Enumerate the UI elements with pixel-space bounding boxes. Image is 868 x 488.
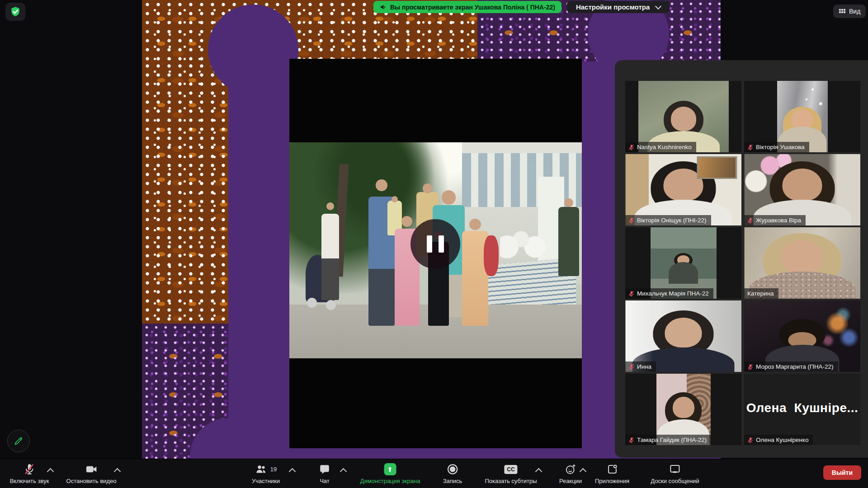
- muted-mic-icon: [628, 291, 634, 296]
- participant-name: Вікторія Ушакова: [756, 144, 805, 150]
- shield-check-icon: [9, 6, 21, 18]
- video-player[interactable]: [289, 59, 582, 448]
- whiteboard-icon: [669, 463, 681, 475]
- participant-tile[interactable]: Катерина: [744, 227, 860, 299]
- participant-tile[interactable]: Мороз Маргарита (ПНА-22): [744, 300, 860, 372]
- person-head: [781, 240, 823, 274]
- leave-button[interactable]: Выйти: [823, 465, 861, 480]
- person-head: [664, 169, 703, 202]
- whiteboard-label: Доски сообщений: [651, 478, 699, 484]
- participant-name-label: Журавкова Віра: [744, 215, 806, 225]
- record-label: Запись: [443, 478, 462, 484]
- photo-figure: [558, 207, 579, 276]
- muted-mic-icon: [747, 144, 753, 150]
- reactions-icon: [565, 463, 577, 475]
- participant-name-label: Вікторія Оніщук (ПНІ-22): [625, 215, 711, 225]
- reactions-button[interactable]: Реакции: [559, 463, 582, 484]
- apps-button[interactable]: Приложения: [595, 463, 629, 484]
- participant-display-name: Олена Кушніре...: [744, 401, 860, 415]
- meeting-info-button[interactable]: [5, 3, 25, 21]
- pause-icon: [427, 235, 432, 253]
- participant-name: Вікторія Оніщук (ПНІ-22): [637, 217, 707, 224]
- person-head: [791, 109, 813, 129]
- share-screen-button[interactable]: Демонстрация экрана: [360, 463, 420, 484]
- participant-tile[interactable]: Олена Кушніре...Олена Кушніренко: [744, 374, 860, 445]
- share-status-pill: Вы просматриваете экран Ушакова Поліна (…: [373, 1, 561, 13]
- mic-muted-icon: [23, 463, 35, 475]
- apps-icon: [606, 463, 618, 475]
- record-button[interactable]: Запись: [443, 463, 462, 484]
- muted-mic-icon: [628, 437, 634, 443]
- participant-tile[interactable]: Тамара Гайдик (ПНА-22): [625, 374, 741, 445]
- participant-tile[interactable]: Nastya Kushnirenko: [625, 81, 741, 152]
- muted-mic-icon: [747, 437, 753, 443]
- participant-name-label: Тамара Гайдик (ПНА-22): [625, 435, 711, 445]
- share-screen-icon: [384, 463, 396, 475]
- participants-label: Участники: [252, 478, 280, 484]
- muted-mic-icon: [628, 144, 634, 150]
- chevron-down-icon: [655, 3, 661, 9]
- participant-name-label: Мороз Маргарита (ПНА-22): [744, 361, 838, 372]
- participant-name: Инна: [637, 363, 651, 370]
- meeting-toolbar: Включить звук Остановить видео 19 Участн…: [0, 459, 868, 488]
- participant-name-label: Вікторія Ушакова: [744, 142, 809, 152]
- participant-tile[interactable]: Вікторія Оніщук (ПНІ-22): [625, 154, 741, 225]
- participants-button[interactable]: 19 Участники: [252, 463, 280, 484]
- flower-border-left: [142, 61, 228, 459]
- participant-tile[interactable]: Журавкова Віра: [744, 154, 860, 225]
- chat-label: Чат: [320, 478, 330, 484]
- muted-mic-icon: [628, 364, 634, 370]
- participant-tile[interactable]: Вікторія Ушакова: [744, 81, 860, 152]
- muted-mic-icon: [747, 217, 753, 223]
- captions-label: Показать субтитры: [485, 478, 537, 484]
- pencil-icon: [14, 436, 24, 446]
- cc-icon: CC: [504, 465, 517, 474]
- view-settings-button[interactable]: Настройки просмотра: [567, 1, 670, 13]
- view-button-label: Вид: [849, 8, 860, 15]
- muted-mic-icon: [747, 364, 753, 370]
- pause-button[interactable]: [410, 219, 460, 269]
- speaker-icon: [380, 4, 387, 10]
- participant-name-label: Михальчук Марія ПНА-22: [625, 288, 713, 299]
- person-head: [673, 397, 694, 418]
- participants-panel: Nastya KushnirenkoВікторія УшаковаВіктор…: [615, 60, 868, 458]
- mute-label: Включить звук: [10, 478, 49, 484]
- apps-label: Приложения: [595, 478, 629, 484]
- chevron-up-icon[interactable]: [340, 468, 347, 475]
- person-hair: [783, 107, 821, 142]
- screen-share-banner: Вы просматриваете экран Ушакова Поліна (…: [373, 1, 670, 13]
- photo-figure: [307, 298, 317, 308]
- participant-tile[interactable]: Инна: [625, 300, 741, 372]
- photo-figure: [500, 216, 547, 268]
- stop-video-button[interactable]: Остановить видео: [66, 463, 117, 484]
- participants-count: 19: [270, 466, 277, 473]
- photo-figure: [484, 235, 498, 277]
- share-status-text: Вы просматриваете экран Ушакова Поліна (…: [390, 4, 555, 11]
- participant-name: Журавкова Віра: [756, 217, 801, 224]
- captions-button[interactable]: CC Показать субтитры: [485, 463, 537, 484]
- pause-icon: [439, 235, 444, 253]
- participants-icon: [255, 463, 267, 475]
- participant-name-label: Катерина: [744, 288, 778, 299]
- participant-name: Nastya Kushnirenko: [637, 144, 692, 150]
- person-head: [671, 107, 696, 131]
- annotate-button[interactable]: [7, 430, 30, 452]
- participants-grid: Nastya KushnirenkoВікторія УшаковаВіктор…: [625, 81, 860, 445]
- person-head: [665, 318, 702, 347]
- participant-tile[interactable]: Михальчук Марія ПНА-22: [625, 227, 741, 299]
- chevron-up-icon[interactable]: [289, 468, 296, 475]
- stop-video-label: Остановить видео: [66, 478, 117, 484]
- view-button[interactable]: Вид: [833, 5, 866, 18]
- participant-name-label: Nastya Kushnirenko: [625, 142, 696, 152]
- participant-name: Мороз Маргарита (ПНА-22): [756, 363, 834, 370]
- whiteboard-button[interactable]: Доски сообщений: [651, 463, 699, 484]
- chat-icon: [319, 464, 330, 475]
- purple-circle-decoration: [208, 5, 298, 95]
- photo-figure: [321, 214, 339, 300]
- photo-figure: [326, 300, 336, 310]
- chat-button[interactable]: Чат: [319, 463, 330, 484]
- participant-name: Тамара Гайдик (ПНА-22): [637, 436, 707, 443]
- camera-icon: [85, 463, 98, 475]
- mute-button[interactable]: Включить звук: [10, 463, 49, 484]
- participant-name: Олена Кушніренко: [756, 436, 808, 443]
